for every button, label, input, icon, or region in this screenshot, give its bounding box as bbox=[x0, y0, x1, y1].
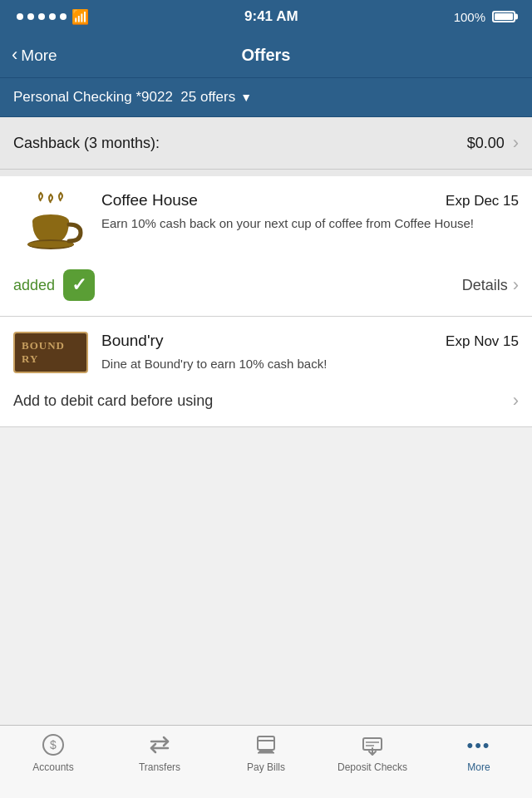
offer-content-boundry: Bound'ry Exp Nov 15 Dine at Bound'ry to … bbox=[101, 332, 519, 372]
tab-paybills-label: Pay Bills bbox=[247, 761, 285, 773]
status-bar: 📶 9:41 AM 100% bbox=[0, 0, 532, 33]
details-button[interactable]: Details › bbox=[462, 274, 519, 296]
back-button[interactable]: ‹ More bbox=[12, 45, 57, 66]
details-chevron-icon: › bbox=[513, 274, 519, 296]
details-label: Details bbox=[462, 277, 508, 294]
signal-dots bbox=[17, 13, 66, 20]
separator bbox=[0, 170, 532, 176]
offer-top: Coffee House Exp Dec 15 Earn 10% cash ba… bbox=[13, 191, 519, 258]
svg-rect-7 bbox=[258, 736, 274, 750]
status-left: 📶 bbox=[17, 8, 89, 26]
depositchecks-icon bbox=[360, 732, 385, 757]
more-dots-icon: ••• bbox=[466, 736, 490, 755]
paybills-icon bbox=[254, 732, 278, 757]
offer-header-boundry: Bound'ry Exp Nov 15 bbox=[101, 332, 519, 350]
accounts-icon: $ bbox=[41, 732, 66, 757]
offer-footer-coffee: added Details › bbox=[13, 269, 519, 301]
offer-desc-coffee: Earn 10% cash back on your next cup of c… bbox=[101, 214, 519, 232]
added-check-icon bbox=[63, 269, 95, 301]
wifi-icon: 📶 bbox=[71, 8, 89, 26]
page-title: Offers bbox=[242, 46, 291, 65]
tab-transfers[interactable]: Transfers bbox=[106, 732, 213, 773]
added-text: added bbox=[13, 277, 55, 294]
offer-header-coffee: Coffee House Exp Dec 15 bbox=[101, 191, 519, 209]
status-right: 100% bbox=[454, 10, 515, 24]
tab-more[interactable]: ••• More bbox=[426, 732, 532, 773]
tab-paybills[interactable]: Pay Bills bbox=[213, 732, 319, 773]
account-name: Personal Checking *9022 25 offers▼ bbox=[13, 89, 252, 106]
boundry-logo-text: BOUND RY bbox=[13, 332, 88, 373]
offer-top-boundry: BOUND RY Bound'ry Exp Nov 15 Dine at Bou… bbox=[13, 332, 519, 373]
tab-accounts-label: Accounts bbox=[32, 761, 73, 773]
offer-card-boundry: BOUND RY Bound'ry Exp Nov 15 Dine at Bou… bbox=[0, 317, 532, 427]
nav-bar: ‹ More Offers bbox=[0, 33, 532, 78]
cashback-chevron-icon: › bbox=[513, 132, 519, 154]
cashback-label: Cashback (3 months): bbox=[13, 135, 160, 152]
add-debit-row[interactable]: Add to debit card before using › bbox=[13, 387, 519, 411]
offer-desc-boundry: Dine at Bound'ry to earn 10% cash back! bbox=[101, 355, 519, 372]
offer-exp-boundry: Exp Nov 15 bbox=[446, 333, 519, 350]
status-time: 9:41 AM bbox=[244, 8, 298, 25]
tab-transfers-label: Transfers bbox=[139, 761, 180, 773]
offer-content-coffee: Coffee House Exp Dec 15 Earn 10% cash ba… bbox=[101, 191, 519, 232]
transfers-icon bbox=[147, 732, 172, 757]
tab-accounts[interactable]: $ Accounts bbox=[0, 732, 106, 773]
offer-added: added bbox=[13, 269, 95, 301]
offer-name-coffee: Coffee House bbox=[101, 191, 198, 209]
account-banner[interactable]: Personal Checking *9022 25 offers▼ bbox=[0, 78, 532, 117]
svg-point-2 bbox=[27, 241, 74, 248]
svg-text:$: $ bbox=[50, 738, 57, 751]
battery-percent: 100% bbox=[454, 10, 485, 24]
tab-depositchecks[interactable]: Deposit Checks bbox=[319, 732, 426, 773]
back-label: More bbox=[21, 47, 57, 65]
add-debit-text: Add to debit card before using bbox=[13, 392, 213, 410]
coffee-house-logo bbox=[13, 191, 88, 258]
tab-bar: $ Accounts Transfers Pay Bills bbox=[0, 725, 532, 798]
more-icon: ••• bbox=[466, 732, 491, 757]
tab-depositchecks-label: Deposit Checks bbox=[337, 761, 407, 773]
offers-list: Coffee House Exp Dec 15 Earn 10% cash ba… bbox=[0, 176, 532, 427]
battery-icon bbox=[492, 11, 515, 22]
offer-exp-coffee: Exp Dec 15 bbox=[446, 193, 519, 209]
cashback-row[interactable]: Cashback (3 months): $0.00 › bbox=[0, 117, 532, 170]
offer-name-boundry: Bound'ry bbox=[101, 332, 163, 350]
tab-more-label: More bbox=[467, 761, 490, 773]
boundry-logo: BOUND RY bbox=[13, 332, 88, 373]
cashback-amount: $0.00 bbox=[467, 135, 505, 152]
back-chevron-icon: ‹ bbox=[12, 44, 17, 66]
add-debit-chevron-icon: › bbox=[513, 390, 519, 411]
dropdown-icon: ▼ bbox=[240, 91, 252, 104]
offer-card-coffee: Coffee House Exp Dec 15 Earn 10% cash ba… bbox=[0, 176, 532, 317]
cashback-right: $0.00 › bbox=[467, 132, 519, 154]
